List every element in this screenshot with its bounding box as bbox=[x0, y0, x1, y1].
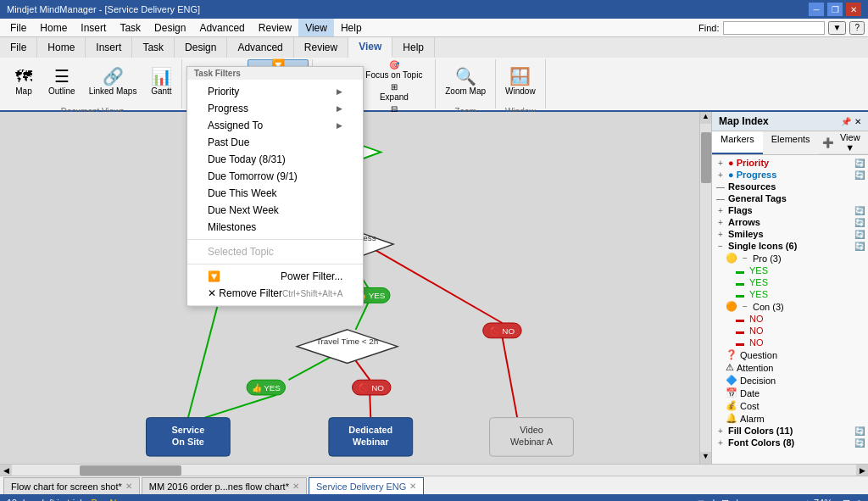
arrows-refresh[interactable]: 🔄 bbox=[854, 218, 865, 227]
fill-colors-refresh[interactable]: 🔄 bbox=[854, 426, 865, 436]
expander-progress[interactable]: + bbox=[715, 170, 726, 180]
expander-arrows[interactable]: + bbox=[715, 218, 726, 227]
ribbon-btn-gantt[interactable]: 📊 Gantt bbox=[144, 59, 178, 103]
tree-item-no-1[interactable]: ▬ NO bbox=[712, 313, 868, 325]
dropdown-item-priority[interactable]: Priority bbox=[187, 83, 363, 100]
menu-file[interactable]: File bbox=[3, 19, 33, 36]
add-marker-button[interactable]: ➕ bbox=[822, 137, 834, 148]
expand-icon[interactable]: ⤢ bbox=[854, 498, 861, 502]
scroll-down-button[interactable]: ▼ bbox=[700, 452, 711, 464]
tab-elements[interactable]: Elements bbox=[763, 131, 819, 154]
expander-single-icons[interactable]: − bbox=[715, 242, 726, 251]
menu-insert[interactable]: Insert bbox=[74, 19, 113, 36]
tab-view[interactable]: View bbox=[348, 37, 392, 58]
dropdown-item-milestones[interactable]: Milestones bbox=[187, 219, 363, 236]
tab-insert[interactable]: Insert bbox=[86, 37, 132, 58]
menu-review[interactable]: Review bbox=[252, 19, 298, 36]
tree-item-con[interactable]: 🟠 − Con (3) bbox=[712, 300, 868, 313]
tab-markers[interactable]: Markers bbox=[712, 131, 763, 154]
horizontal-scrollbar[interactable]: ◀ ▶ bbox=[0, 464, 868, 476]
tree-item-yes-3[interactable]: ▬ YES bbox=[712, 288, 868, 300]
dropdown-item-due-tomorrow[interactable]: Due Tomorrow (9/1) bbox=[187, 168, 363, 185]
expander-resources[interactable]: — bbox=[715, 182, 726, 192]
close-button[interactable]: ✕ bbox=[846, 3, 861, 16]
map-index-content[interactable]: + ● Priority 🔄 + ● Progress 🔄 — Resource… bbox=[712, 155, 868, 464]
tree-item-flags[interactable]: + Flags 🔄 bbox=[712, 204, 868, 216]
tree-item-pro[interactable]: 🟡 − Pro (3) bbox=[712, 252, 868, 264]
scroll-thumb-v[interactable] bbox=[701, 132, 711, 183]
tree-item-resources[interactable]: — Resources bbox=[712, 181, 868, 192]
filter-icon[interactable]: ▼ bbox=[696, 498, 705, 501]
tab-task[interactable]: Task bbox=[132, 37, 175, 58]
priority-refresh[interactable]: 🔄 bbox=[854, 159, 865, 168]
zoom-in-button[interactable]: + bbox=[805, 498, 810, 501]
tree-item-smileys[interactable]: + Smileys 🔄 bbox=[712, 228, 868, 240]
tree-item-question[interactable]: ❓ Question bbox=[712, 348, 868, 361]
expander-font-colors[interactable]: + bbox=[715, 438, 726, 448]
menu-design[interactable]: Design bbox=[147, 19, 192, 36]
ribbon-btn-linked-maps[interactable]: 🔗 Linked Maps bbox=[83, 59, 143, 103]
tab-service-delivery-close[interactable]: ✕ bbox=[409, 482, 416, 491]
minimize-button[interactable]: ─ bbox=[809, 3, 824, 16]
tree-item-alarm[interactable]: 🔔 Alarm bbox=[712, 412, 868, 425]
menu-task[interactable]: Task bbox=[113, 19, 147, 36]
find-input[interactable] bbox=[723, 21, 825, 35]
tree-item-yes-1[interactable]: ▬ YES bbox=[712, 264, 868, 276]
tree-item-progress[interactable]: + ● Progress 🔄 bbox=[712, 169, 868, 181]
map-index-close-button[interactable]: ✕ bbox=[854, 117, 861, 126]
tree-item-arrows[interactable]: + Arrows 🔄 bbox=[712, 216, 868, 228]
dropdown-item-assigned-to[interactable]: Assigned To bbox=[187, 117, 363, 134]
tab-mm2016[interactable]: MM 2016 order p...nes flow chart* ✕ bbox=[142, 477, 307, 494]
menu-view[interactable]: View bbox=[298, 19, 334, 36]
zoom-out-button[interactable]: − bbox=[742, 498, 747, 501]
restore-button[interactable]: ❐ bbox=[827, 3, 843, 16]
expander-smileys[interactable]: + bbox=[715, 230, 726, 239]
expander-flags[interactable]: + bbox=[715, 206, 726, 215]
dropdown-item-due-today[interactable]: Due Today (8/31) bbox=[187, 151, 363, 168]
tree-item-general-tags[interactable]: — General Tags bbox=[712, 192, 868, 204]
tab-service-delivery[interactable]: Service Delivery ENG ✕ bbox=[309, 477, 424, 494]
tab-mm2016-close[interactable]: ✕ bbox=[292, 482, 299, 491]
ribbon-btn-zoom[interactable]: 🔍 Zoom Map bbox=[439, 59, 492, 103]
tab-home[interactable]: Home bbox=[37, 37, 86, 58]
menu-advanced[interactable]: Advanced bbox=[192, 19, 251, 36]
hscroll-track[interactable] bbox=[12, 465, 856, 476]
single-icons-refresh[interactable]: 🔄 bbox=[854, 242, 865, 251]
ribbon-btn-window[interactable]: 🪟 Window bbox=[499, 59, 542, 103]
tab-flowchart[interactable]: Flow chart for screen shot* ✕ bbox=[3, 477, 140, 494]
ribbon-btn-outline[interactable]: ☰ Outline bbox=[42, 59, 81, 103]
tree-item-no-3[interactable]: ▬ NO bbox=[712, 337, 868, 348]
menu-help[interactable]: Help bbox=[334, 19, 369, 36]
expander-general-tags[interactable]: — bbox=[715, 194, 726, 203]
tab-design[interactable]: Design bbox=[175, 37, 227, 58]
ribbon-btn-expand[interactable]: ⊞ Expand bbox=[356, 81, 431, 102]
tab-advanced[interactable]: Advanced bbox=[227, 37, 293, 58]
dropdown-item-past-due[interactable]: Past Due bbox=[187, 134, 363, 151]
tree-item-date[interactable]: 📅 Date bbox=[712, 387, 868, 399]
scroll-right-button[interactable]: ▶ bbox=[856, 465, 868, 476]
map-index-pin-button[interactable]: 📌 bbox=[841, 117, 851, 126]
expander-fill-colors[interactable]: + bbox=[715, 426, 726, 436]
tree-item-no-2[interactable]: ▬ NO bbox=[712, 325, 868, 337]
tab-flowchart-close[interactable]: ✕ bbox=[125, 482, 132, 491]
tree-item-priority[interactable]: + ● Priority 🔄 bbox=[712, 157, 868, 169]
tree-item-attention[interactable]: ⚠ Attention bbox=[712, 361, 868, 374]
vertical-scrollbar[interactable]: ▲ ▼ bbox=[699, 112, 711, 464]
ribbon-btn-map[interactable]: 🗺 Map bbox=[7, 59, 41, 103]
dropdown-item-due-this-week[interactable]: Due This Week bbox=[187, 185, 363, 202]
progress-refresh[interactable]: 🔄 bbox=[854, 170, 865, 180]
expander-con[interactable]: − bbox=[740, 302, 750, 311]
expander-priority[interactable]: + bbox=[715, 159, 726, 168]
menu-home[interactable]: Home bbox=[33, 19, 74, 36]
dropdown-item-progress[interactable]: Progress bbox=[187, 100, 363, 117]
find-help-button[interactable]: ? bbox=[849, 21, 865, 35]
find-options-button[interactable]: ▼ bbox=[828, 21, 847, 35]
tree-item-cost[interactable]: 💰 Cost bbox=[712, 399, 868, 412]
tree-item-font-colors[interactable]: + Font Colors (8) 🔄 bbox=[712, 437, 868, 448]
fit-icon[interactable]: ⊞ bbox=[843, 498, 850, 502]
tree-item-single-icons[interactable]: − Single Icons (6) 🔄 bbox=[712, 240, 868, 252]
hscroll-thumb[interactable] bbox=[80, 465, 181, 476]
dropdown-item-power-filter[interactable]: 🔽 Power Filter... bbox=[187, 268, 363, 285]
flags-refresh[interactable]: 🔄 bbox=[854, 206, 865, 215]
view-options-button[interactable]: View ▼ bbox=[836, 132, 865, 153]
